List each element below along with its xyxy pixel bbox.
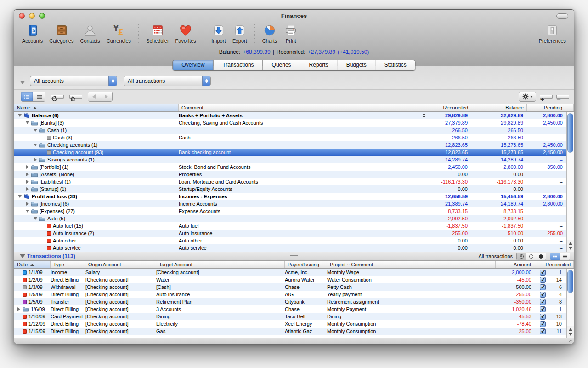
- account-row[interactable]: [Startup] (1)Startup/Equity Accounts0.00…: [14, 185, 574, 193]
- reconciled-checkbox[interactable]: [540, 277, 546, 283]
- transactions-header-payee-issuing[interactable]: Payee/Issuing: [285, 261, 327, 268]
- disclosure-triangle-icon[interactable]: [17, 194, 23, 199]
- scheduler-button[interactable]: Scheduler: [143, 23, 172, 44]
- accounts-scrollbar[interactable]: [566, 112, 574, 252]
- favorites-button[interactable]: Favorites: [172, 23, 199, 44]
- reconciled-checkbox[interactable]: [540, 314, 546, 320]
- account-row[interactable]: Savings accounts (1)14,289.7414,289.74--: [14, 156, 574, 163]
- disclosure-triangle-icon[interactable]: [25, 209, 30, 213]
- transactions-header-target-account[interactable]: Target Account: [156, 261, 285, 268]
- disclosure-triangle-icon[interactable]: [33, 216, 38, 221]
- transaction-row[interactable]: 1/5/09Direct Billing[Checking account]Au…: [14, 291, 574, 298]
- account-row[interactable]: Auto insurance (2)Auto insurance-255.00-…: [14, 230, 574, 237]
- tab-reports[interactable]: Reports: [300, 60, 338, 70]
- scroll-down-icon[interactable]: [569, 247, 572, 250]
- accounts-header-reconciled[interactable]: Reconciled: [429, 104, 471, 111]
- reconciled-checkbox[interactable]: [540, 292, 546, 298]
- reconciled-checkbox[interactable]: [540, 284, 546, 290]
- transactions-scrollbar[interactable]: [566, 269, 574, 338]
- scrollbar-thumb[interactable]: [567, 113, 573, 153]
- transactions-header-amount[interactable]: Amount: [496, 261, 536, 268]
- disclosure-triangle-icon[interactable]: [25, 179, 30, 184]
- disclosure-triangle-icon[interactable]: [33, 157, 38, 162]
- disclosure-triangle-icon[interactable]: [25, 201, 30, 206]
- charts-button[interactable]: Charts: [259, 23, 280, 44]
- transactions-header-date[interactable]: Date: [14, 261, 51, 268]
- reconciled-checkbox[interactable]: [540, 328, 546, 334]
- currencies-button[interactable]: ¥£ Currencies: [103, 23, 134, 44]
- account-row[interactable]: [Incomes] (6)Income Accounts21,389.7424,…: [14, 200, 574, 207]
- toolbar-toggle-pill[interactable]: [556, 13, 568, 19]
- account-row[interactable]: Balance (6)Banks + Portfolio + Assets29,…: [14, 112, 574, 119]
- home-button[interactable]: [69, 95, 82, 99]
- account-row[interactable]: Auto fuel (15)Auto fuel-1,837.50-1,837.5…: [14, 222, 574, 230]
- tab-transactions[interactable]: Transactions: [214, 60, 263, 70]
- resize-grip-icon[interactable]: [567, 337, 573, 343]
- scroll-down-icon[interactable]: [569, 333, 572, 336]
- compact-transactions-button[interactable]: [560, 253, 570, 260]
- transactions-header-reconciled[interactable]: Reconciled: [536, 261, 574, 268]
- transactions-header-origin-account[interactable]: Origin Account: [85, 261, 156, 268]
- scrollbar-thumb[interactable]: [567, 270, 573, 293]
- transactions-filter-select[interactable]: All transactions: [124, 76, 211, 86]
- account-row[interactable]: [Liabilities] (1)Loan, Mortgage and Card…: [14, 178, 574, 185]
- account-row[interactable]: Checking account (93)Bank checking accou…: [14, 149, 574, 156]
- accounts-header-comment[interactable]: Comment: [179, 104, 429, 111]
- value-stepper-icon[interactable]: [423, 113, 425, 118]
- title-bar[interactable]: Finances: [14, 10, 574, 22]
- scrollbar-arrows[interactable]: [567, 240, 574, 252]
- transaction-row[interactable]: 1/12/09Direct Billing[Checking account]E…: [14, 320, 574, 328]
- transaction-row[interactable]: 1/2/09Direct Billing[Checking account]Wa…: [14, 276, 574, 283]
- account-row[interactable]: [Expenses] (27)Expense Accounts-8,733.15…: [14, 207, 574, 215]
- export-button[interactable]: Export: [229, 23, 250, 44]
- account-row[interactable]: Auto serviceAuto service0.000.00--: [14, 244, 574, 252]
- open-transactions-button[interactable]: [526, 253, 536, 260]
- account-row[interactable]: [Assets] (None)Properties0.000.00--: [14, 171, 574, 178]
- scroll-up-icon[interactable]: [569, 242, 572, 245]
- account-row[interactable]: [Banks] (3)Checking, Saving and Cash Acc…: [14, 119, 574, 126]
- accounts-header-balance[interactable]: Balance: [471, 104, 527, 111]
- tab-queries[interactable]: Queries: [263, 60, 300, 70]
- close-button[interactable]: [19, 13, 25, 19]
- disclosure-triangle-icon[interactable]: [25, 172, 30, 177]
- account-row[interactable]: [Portfolio] (1)Stock, Bond and Fund Acco…: [14, 163, 574, 171]
- accounts-header-pending[interactable]: Pending: [527, 104, 574, 111]
- action-menu-button[interactable]: [519, 92, 536, 102]
- disclosure-triangle-icon[interactable]: [25, 121, 30, 125]
- transactions-header-type[interactable]: Type: [51, 261, 85, 268]
- reconciled-checkbox[interactable]: [540, 270, 546, 276]
- zoom-button[interactable]: [39, 13, 45, 19]
- transaction-row[interactable]: 1/5/09Transfer[Checking account]Retireme…: [14, 298, 574, 305]
- transaction-row[interactable]: 1/3/09Withdrawal[Checking account][Cash]…: [14, 283, 574, 291]
- add-button[interactable]: +: [540, 95, 553, 99]
- tab-budgets[interactable]: Budgets: [338, 60, 376, 70]
- account-row[interactable]: Cash (1)266.50266.50--: [14, 126, 574, 134]
- disclosure-triangle-icon[interactable]: [33, 128, 38, 132]
- all-transactions-button[interactable]: [517, 253, 526, 260]
- preferences-button[interactable]: Preferences: [536, 23, 569, 44]
- closed-transactions-button[interactable]: [536, 253, 546, 260]
- reconciled-checkbox[interactable]: [540, 321, 546, 327]
- transaction-row[interactable]: 1/15/09Direct Billing[Checking account]G…: [14, 328, 574, 335]
- detailed-list-view-button[interactable]: [21, 92, 33, 101]
- splitter-handle[interactable]: [290, 255, 298, 258]
- minimize-button[interactable]: [29, 13, 35, 19]
- scroll-up-icon[interactable]: [569, 328, 572, 331]
- accounts-button[interactable]: $ Accounts: [19, 23, 46, 44]
- reconciled-checkbox[interactable]: [540, 306, 546, 312]
- disclosure-triangle-icon[interactable]: [17, 113, 23, 118]
- account-row[interactable]: Auto (5)-2,092.50-2,092.50--: [14, 215, 574, 222]
- forward-button[interactable]: [100, 92, 112, 101]
- print-button[interactable]: Print: [280, 23, 301, 44]
- collapse-transactions-icon[interactable]: [20, 254, 25, 258]
- contacts-button[interactable]: Contacts: [77, 23, 103, 44]
- back-button[interactable]: [88, 92, 100, 101]
- disclosure-triangle-icon[interactable]: [33, 143, 38, 147]
- reconciled-checkbox[interactable]: [540, 299, 546, 305]
- disclosure-triangle-icon[interactable]: [16, 307, 22, 311]
- import-button[interactable]: Import: [208, 23, 229, 44]
- transaction-row[interactable]: 1/6/09Direct Billing[Checking account]3 …: [14, 305, 574, 313]
- disclosure-triangle-icon[interactable]: [25, 165, 30, 169]
- disclosure-triangle-icon[interactable]: [25, 187, 30, 191]
- tab-overview[interactable]: Overview: [173, 60, 214, 70]
